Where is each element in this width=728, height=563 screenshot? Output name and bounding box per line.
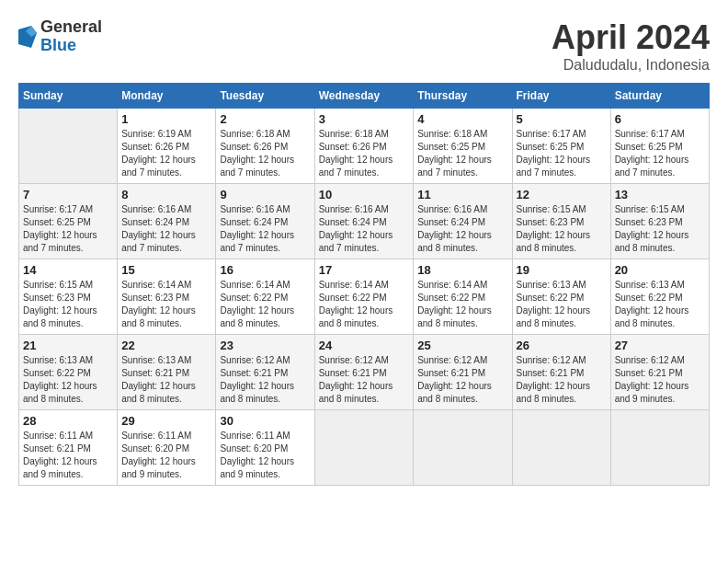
day-number: 8 xyxy=(121,188,211,201)
day-cell: 3Sunrise: 6:18 AMSunset: 6:26 PMDaylight… xyxy=(314,109,414,184)
day-number: 9 xyxy=(220,188,310,201)
day-cell xyxy=(512,410,610,486)
day-number: 28 xyxy=(23,414,113,428)
day-info: Sunrise: 6:13 AMSunset: 6:21 PMDaylight:… xyxy=(121,354,211,406)
day-cell: 16Sunrise: 6:14 AMSunset: 6:22 PMDayligh… xyxy=(216,259,314,335)
day-number: 21 xyxy=(23,339,113,352)
day-info: Sunrise: 6:12 AMSunset: 6:21 PMDaylight:… xyxy=(220,354,310,406)
logo-general-text: General xyxy=(40,18,102,37)
column-header-saturday: Saturday xyxy=(610,84,709,109)
day-cell: 12Sunrise: 6:15 AMSunset: 6:23 PMDayligh… xyxy=(512,184,610,259)
day-number: 10 xyxy=(319,188,410,201)
column-header-friday: Friday xyxy=(512,84,610,109)
day-info: Sunrise: 6:17 AMSunset: 6:25 PMDaylight:… xyxy=(517,128,607,179)
day-number: 29 xyxy=(121,414,211,428)
title-block: April 2024 Dalududalu, Indonesia xyxy=(552,18,710,74)
day-cell: 18Sunrise: 6:14 AMSunset: 6:22 PMDayligh… xyxy=(414,259,512,335)
day-info: Sunrise: 6:13 AMSunset: 6:22 PMDaylight:… xyxy=(23,354,113,406)
day-cell: 20Sunrise: 6:13 AMSunset: 6:22 PMDayligh… xyxy=(610,259,709,335)
day-cell: 6Sunrise: 6:17 AMSunset: 6:25 PMDaylight… xyxy=(610,109,709,184)
day-number: 19 xyxy=(517,263,607,277)
day-number: 22 xyxy=(121,339,211,352)
day-cell: 21Sunrise: 6:13 AMSunset: 6:22 PMDayligh… xyxy=(19,335,118,410)
day-cell: 2Sunrise: 6:18 AMSunset: 6:26 PMDaylight… xyxy=(216,109,314,184)
day-info: Sunrise: 6:14 AMSunset: 6:22 PMDaylight:… xyxy=(319,279,410,330)
day-info: Sunrise: 6:14 AMSunset: 6:22 PMDaylight:… xyxy=(417,279,507,330)
day-cell: 26Sunrise: 6:12 AMSunset: 6:21 PMDayligh… xyxy=(512,335,610,410)
day-cell: 11Sunrise: 6:16 AMSunset: 6:24 PMDayligh… xyxy=(414,184,512,259)
logo-icon xyxy=(18,26,37,48)
day-info: Sunrise: 6:15 AMSunset: 6:23 PMDaylight:… xyxy=(517,203,607,255)
day-cell: 23Sunrise: 6:12 AMSunset: 6:21 PMDayligh… xyxy=(216,335,314,410)
calendar-body: 1Sunrise: 6:19 AMSunset: 6:26 PMDaylight… xyxy=(19,109,710,486)
day-number: 18 xyxy=(417,263,507,277)
week-row-5: 28Sunrise: 6:11 AMSunset: 6:21 PMDayligh… xyxy=(19,410,710,486)
header-row: SundayMondayTuesdayWednesdayThursdayFrid… xyxy=(19,84,710,109)
day-info: Sunrise: 6:11 AMSunset: 6:21 PMDaylight:… xyxy=(23,430,113,481)
day-info: Sunrise: 6:14 AMSunset: 6:23 PMDaylight:… xyxy=(121,279,211,330)
day-number: 25 xyxy=(417,339,507,352)
day-cell: 7Sunrise: 6:17 AMSunset: 6:25 PMDaylight… xyxy=(19,184,118,259)
day-info: Sunrise: 6:16 AMSunset: 6:24 PMDaylight:… xyxy=(319,203,410,255)
day-number: 1 xyxy=(121,112,211,126)
day-cell: 17Sunrise: 6:14 AMSunset: 6:22 PMDayligh… xyxy=(314,259,414,335)
day-number: 17 xyxy=(319,263,410,277)
day-cell: 14Sunrise: 6:15 AMSunset: 6:23 PMDayligh… xyxy=(19,259,118,335)
day-number: 13 xyxy=(615,188,705,201)
day-info: Sunrise: 6:16 AMSunset: 6:24 PMDaylight:… xyxy=(220,203,310,255)
day-info: Sunrise: 6:16 AMSunset: 6:24 PMDaylight:… xyxy=(417,203,507,255)
calendar-location: Dalududalu, Indonesia xyxy=(552,57,710,74)
day-number: 30 xyxy=(220,414,310,428)
calendar-table: SundayMondayTuesdayWednesdayThursdayFrid… xyxy=(18,83,710,486)
day-cell: 5Sunrise: 6:17 AMSunset: 6:25 PMDaylight… xyxy=(512,109,610,184)
day-info: Sunrise: 6:12 AMSunset: 6:21 PMDaylight:… xyxy=(615,354,705,406)
day-info: Sunrise: 6:11 AMSunset: 6:20 PMDaylight:… xyxy=(220,430,310,481)
svg-marker-0 xyxy=(18,26,37,48)
day-info: Sunrise: 6:18 AMSunset: 6:25 PMDaylight:… xyxy=(417,128,507,179)
day-number: 12 xyxy=(517,188,607,201)
day-info: Sunrise: 6:16 AMSunset: 6:24 PMDaylight:… xyxy=(121,203,211,255)
week-row-4: 21Sunrise: 6:13 AMSunset: 6:22 PMDayligh… xyxy=(19,335,710,410)
column-header-tuesday: Tuesday xyxy=(216,84,314,109)
day-number: 2 xyxy=(220,112,310,126)
day-cell: 30Sunrise: 6:11 AMSunset: 6:20 PMDayligh… xyxy=(216,410,314,486)
day-info: Sunrise: 6:12 AMSunset: 6:21 PMDaylight:… xyxy=(417,354,507,406)
day-cell xyxy=(610,410,709,486)
day-info: Sunrise: 6:14 AMSunset: 6:22 PMDaylight:… xyxy=(220,279,310,330)
day-info: Sunrise: 6:11 AMSunset: 6:20 PMDaylight:… xyxy=(121,430,211,481)
day-number: 14 xyxy=(23,263,113,277)
day-info: Sunrise: 6:13 AMSunset: 6:22 PMDaylight:… xyxy=(517,279,607,330)
column-header-wednesday: Wednesday xyxy=(314,84,414,109)
day-cell xyxy=(19,109,118,184)
day-info: Sunrise: 6:15 AMSunset: 6:23 PMDaylight:… xyxy=(615,203,705,255)
day-number: 27 xyxy=(615,339,705,352)
day-cell: 9Sunrise: 6:16 AMSunset: 6:24 PMDaylight… xyxy=(216,184,314,259)
logo: General Blue xyxy=(18,18,102,55)
day-number: 24 xyxy=(319,339,410,352)
day-info: Sunrise: 6:19 AMSunset: 6:26 PMDaylight:… xyxy=(121,128,211,179)
day-info: Sunrise: 6:17 AMSunset: 6:25 PMDaylight:… xyxy=(615,128,705,179)
week-row-3: 14Sunrise: 6:15 AMSunset: 6:23 PMDayligh… xyxy=(19,259,710,335)
day-cell xyxy=(414,410,512,486)
logo-text: General Blue xyxy=(40,18,102,55)
day-info: Sunrise: 6:18 AMSunset: 6:26 PMDaylight:… xyxy=(220,128,310,179)
page-header: General Blue April 2024 Dalududalu, Indo… xyxy=(18,18,710,74)
day-number: 5 xyxy=(517,112,607,126)
day-cell: 13Sunrise: 6:15 AMSunset: 6:23 PMDayligh… xyxy=(610,184,709,259)
day-info: Sunrise: 6:12 AMSunset: 6:21 PMDaylight:… xyxy=(319,354,410,406)
day-info: Sunrise: 6:12 AMSunset: 6:21 PMDaylight:… xyxy=(517,354,607,406)
day-cell: 22Sunrise: 6:13 AMSunset: 6:21 PMDayligh… xyxy=(118,335,216,410)
day-number: 26 xyxy=(517,339,607,352)
day-cell: 19Sunrise: 6:13 AMSunset: 6:22 PMDayligh… xyxy=(512,259,610,335)
day-info: Sunrise: 6:13 AMSunset: 6:22 PMDaylight:… xyxy=(615,279,705,330)
day-number: 4 xyxy=(417,112,507,126)
day-info: Sunrise: 6:15 AMSunset: 6:23 PMDaylight:… xyxy=(23,279,113,330)
day-number: 15 xyxy=(121,263,211,277)
logo-blue-text: Blue xyxy=(40,37,102,55)
day-info: Sunrise: 6:18 AMSunset: 6:26 PMDaylight:… xyxy=(319,128,410,179)
column-header-monday: Monday xyxy=(118,84,216,109)
day-number: 3 xyxy=(319,112,410,126)
week-row-1: 1Sunrise: 6:19 AMSunset: 6:26 PMDaylight… xyxy=(19,109,710,184)
day-cell: 24Sunrise: 6:12 AMSunset: 6:21 PMDayligh… xyxy=(314,335,414,410)
day-number: 20 xyxy=(615,263,705,277)
